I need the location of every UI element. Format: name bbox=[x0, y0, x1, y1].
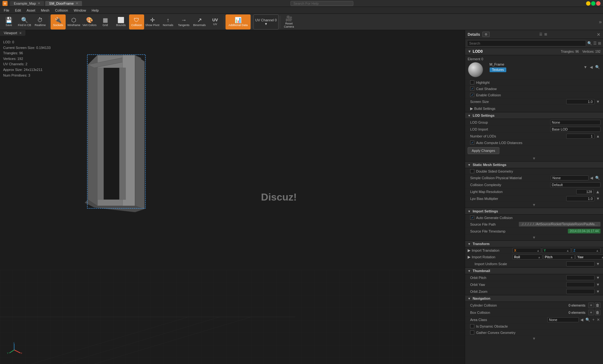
yaw-arrow[interactable]: ▲ bbox=[601, 255, 603, 259]
is-dynamic-checkbox[interactable] bbox=[470, 324, 474, 328]
gather-convex-checkbox[interactable] bbox=[470, 330, 474, 335]
realtime-button[interactable]: ⏱ Realtime bbox=[33, 14, 48, 29]
rotation-expand[interactable]: ▶ bbox=[468, 255, 470, 259]
area-class-back-icon[interactable]: ◀ bbox=[580, 318, 584, 322]
panel-close-button[interactable]: ✕ bbox=[597, 32, 600, 37]
tx-field[interactable]: 0.0 bbox=[517, 249, 536, 252]
ty-field[interactable]: 0.0 bbox=[547, 249, 565, 252]
uv-button[interactable]: UV UV bbox=[208, 14, 223, 29]
material-search-icon[interactable]: 🔍 bbox=[595, 65, 600, 69]
static-mesh-more[interactable]: ▼ bbox=[465, 202, 603, 208]
menu-mesh[interactable]: Mesh bbox=[38, 8, 52, 13]
binormals-button[interactable]: ↗ Binormals bbox=[192, 14, 207, 29]
textures-button[interactable]: Textures bbox=[490, 67, 507, 72]
tangents-button[interactable]: → Tangents bbox=[176, 14, 191, 29]
map-tab-close[interactable]: ✕ bbox=[38, 2, 40, 5]
search-execute-icon[interactable]: 🔍 bbox=[587, 41, 592, 46]
pitch-input[interactable]: Pitch 0.0 ▲ bbox=[543, 254, 575, 260]
auto-compute-checkbox[interactable]: ✓ bbox=[470, 141, 474, 145]
box-remove-button[interactable]: 🗑 bbox=[595, 310, 600, 315]
screen-size-dropdown-icon[interactable]: ▼ bbox=[595, 99, 600, 104]
navigation-header[interactable]: ▼ Navigation bbox=[465, 295, 603, 302]
lod-settings-more[interactable]: ▼ bbox=[465, 156, 603, 161]
roll-arrow[interactable]: ▲ bbox=[538, 255, 541, 259]
light-map-res-up-icon[interactable]: ▲ bbox=[595, 189, 600, 194]
auto-gen-collision-checkbox[interactable]: ✓ bbox=[470, 216, 474, 220]
screen-size-input[interactable]: 1.0 bbox=[566, 99, 595, 104]
menu-edit[interactable]: Edit bbox=[13, 8, 24, 13]
import-settings-header[interactable]: ▼ Import Settings bbox=[465, 208, 603, 215]
collision-complexity-dropdown[interactable]: Default bbox=[550, 182, 600, 187]
pitch-field[interactable]: 0.0 bbox=[553, 255, 569, 259]
asset-tab[interactable]: SM_DoorFrame ✕ bbox=[45, 1, 82, 6]
simple-collision-search-icon[interactable]: 🔍 bbox=[595, 176, 600, 180]
num-lods-up-icon[interactable]: ▲ bbox=[595, 134, 600, 138]
bounds-button[interactable]: ⬜ Bounds bbox=[113, 14, 128, 29]
apply-changes-button[interactable]: Apply Changes bbox=[468, 147, 499, 154]
menu-asset[interactable]: Asset bbox=[24, 8, 38, 13]
save-button[interactable]: 💾 Save bbox=[1, 14, 16, 29]
build-settings-expand[interactable]: ▶ bbox=[470, 106, 473, 111]
area-class-add-icon[interactable]: + bbox=[592, 318, 595, 322]
ty-arrow[interactable]: ▲ bbox=[566, 249, 569, 252]
normals-button[interactable]: ↑ Normals bbox=[160, 14, 176, 29]
material-dropdown-icon[interactable]: ▼ bbox=[583, 65, 588, 69]
cylinder-remove-button[interactable]: 🗑 bbox=[595, 302, 600, 308]
orbit-yaw-dropdown-icon[interactable]: ▼ bbox=[595, 282, 600, 287]
collision-button[interactable]: 🛡 Collision bbox=[129, 14, 144, 29]
num-lods-input[interactable] bbox=[566, 134, 595, 139]
navigation-more[interactable]: ▼ bbox=[465, 336, 603, 341]
wireframe-button[interactable]: ⬡ Wireframe bbox=[66, 14, 81, 29]
cylinder-add-button[interactable]: + bbox=[588, 302, 594, 308]
show-pivot-button[interactable]: ✛ Show Pivot bbox=[145, 14, 160, 29]
asset-tab-close[interactable]: ✕ bbox=[76, 2, 78, 5]
tz-input[interactable]: Z 0.0 ▲ bbox=[572, 248, 600, 253]
menu-file[interactable]: File bbox=[1, 8, 12, 13]
orbit-zoom-dropdown-icon[interactable]: ▼ bbox=[595, 289, 600, 294]
highlight-checkbox[interactable] bbox=[470, 80, 474, 84]
menu-window[interactable]: Window bbox=[71, 8, 89, 13]
orbit-yaw-input[interactable]: -157.5 bbox=[566, 282, 595, 287]
help-search[interactable]: Search For Help bbox=[291, 1, 353, 6]
cast-shadow-checkbox[interactable]: ✓ bbox=[470, 87, 474, 91]
maximize-button[interactable] bbox=[591, 1, 595, 6]
search-input[interactable] bbox=[467, 40, 586, 46]
menu-help[interactable]: Help bbox=[89, 8, 101, 13]
roll-field[interactable]: 0.0 bbox=[521, 255, 537, 259]
map-tab[interactable]: Example_Map ✕ bbox=[10, 1, 44, 6]
tx-input[interactable]: X 0.0 ▲ bbox=[513, 248, 541, 253]
sockets-button[interactable]: 🔌 Sockets bbox=[51, 14, 66, 29]
search-settings-icon[interactable]: ☰ bbox=[593, 41, 597, 46]
minimize-button[interactable] bbox=[586, 1, 590, 6]
static-mesh-settings-header[interactable]: ▼ Static Mesh Settings bbox=[465, 161, 603, 168]
translation-expand[interactable]: ▶ bbox=[468, 248, 470, 253]
orbit-zoom-input[interactable]: 0.0 bbox=[566, 289, 595, 294]
area-class-close-icon[interactable]: ✕ bbox=[596, 318, 600, 322]
panel-grid-view-button[interactable]: ⊞ bbox=[544, 32, 547, 36]
material-back-icon[interactable]: ◀ bbox=[589, 65, 593, 69]
area-class-dropdown[interactable]: None bbox=[547, 317, 579, 322]
light-map-res-input[interactable] bbox=[576, 189, 594, 194]
yaw-input[interactable]: Yaw 0.0 ▲ bbox=[576, 254, 603, 260]
roll-input[interactable]: Roll 0.0 ▲ bbox=[513, 254, 542, 260]
additional-data-button[interactable]: 📊 Additional Data bbox=[225, 14, 251, 29]
tz-arrow[interactable]: ▲ bbox=[596, 249, 599, 252]
area-class-search-icon[interactable]: 🔍 bbox=[585, 318, 591, 322]
lod-import-dropdown[interactable]: Base LOD bbox=[550, 127, 600, 132]
lod0-expand[interactable]: ▼ bbox=[468, 49, 471, 54]
tx-arrow[interactable]: ▲ bbox=[536, 249, 540, 252]
lod-group-dropdown[interactable]: None bbox=[550, 120, 600, 125]
close-button[interactable] bbox=[596, 1, 600, 6]
transform-header[interactable]: ▼ Transform bbox=[465, 240, 603, 247]
lpv-bias-input[interactable] bbox=[566, 196, 595, 201]
import-scale-input[interactable]: 1.0 bbox=[566, 261, 595, 266]
enable-collision-checkbox[interactable]: ✓ bbox=[470, 93, 474, 97]
simple-collision-back-icon[interactable]: ◀ bbox=[589, 176, 594, 180]
viewport[interactable]: Viewport ✕ LOD: 0 Current Screen Size: 0… bbox=[0, 30, 465, 364]
double-sided-checkbox[interactable] bbox=[470, 169, 474, 173]
orbit-pitch-dropdown-icon[interactable]: ▼ bbox=[595, 276, 600, 280]
pitch-arrow[interactable]: ▲ bbox=[570, 255, 573, 259]
import-settings-more[interactable]: ▼ bbox=[465, 235, 603, 240]
yaw-field[interactable]: 0.0 bbox=[584, 255, 600, 259]
thumbnail-header[interactable]: ▼ Thumbnail bbox=[465, 267, 603, 274]
